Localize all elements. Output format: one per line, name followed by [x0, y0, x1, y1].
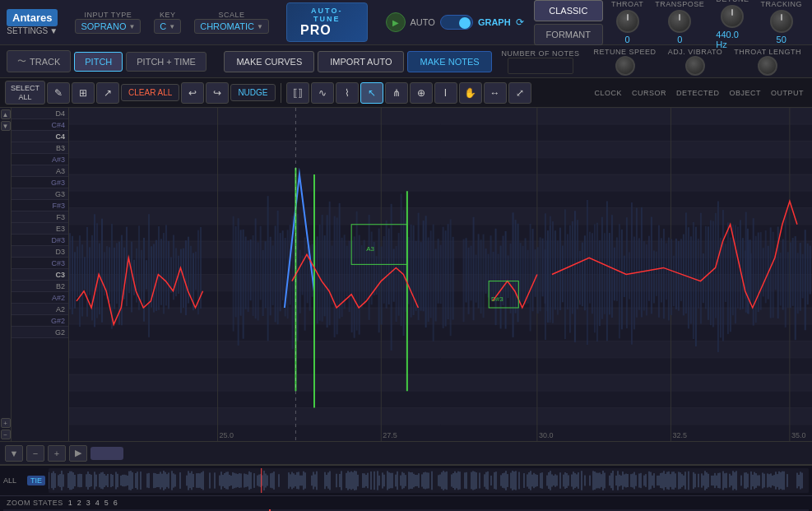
transpose-label: TRANSPOSE	[655, 0, 704, 8]
piano-key-gs3[interactable]: G#3	[12, 177, 68, 188]
scroll-tool[interactable]: ↔	[484, 82, 507, 104]
zoom-tool[interactable]: ⊕	[410, 82, 433, 104]
zoom-num-4[interactable]: 4	[95, 499, 100, 507]
play-button[interactable]: ▶	[386, 12, 406, 32]
piano-key-b3[interactable]: B3	[12, 142, 68, 154]
piano-key-b2[interactable]: B2	[12, 281, 68, 292]
nudge-button[interactable]: NUDGE	[230, 84, 275, 101]
throat-label: THROAT	[611, 0, 643, 8]
product-label: PRO	[300, 23, 332, 38]
notes-count-label: NUMBER OF NOTES	[502, 49, 580, 58]
autotune-logo: AUTO-TUNE PRO	[286, 2, 368, 42]
curve-tool[interactable]: ∿	[311, 82, 334, 104]
retune-speed-knob[interactable]	[615, 56, 635, 76]
wave-tool[interactable]: ⌇	[336, 82, 359, 104]
throat-length-label: THROAT LENGTH	[734, 48, 801, 56]
waveform-display[interactable]	[49, 468, 809, 493]
zoom-num-3[interactable]: 3	[86, 499, 90, 507]
grid-area[interactable]	[69, 108, 812, 441]
main-area: ▲ ▼ + − D4 C#4 C4 B3 A#3 A3 G#3 G3 F#3 F…	[0, 108, 812, 441]
export-tool[interactable]: ↗	[96, 82, 119, 104]
piano-key-c3[interactable]: C3	[12, 269, 68, 281]
hand-tool[interactable]: ✋	[459, 82, 482, 104]
tab-track[interactable]: 〜 TRACK	[7, 50, 71, 72]
pencil-mode-icon[interactable]: ⟦⟧	[286, 82, 309, 104]
graph-icon: ⟳	[516, 16, 524, 28]
tie-badge: TIE	[27, 476, 45, 485]
notes-count-area: NUMBER OF NOTES	[502, 49, 580, 74]
bottom-section: ALL TIE ZOOM STATES 1 2 3 4 5 6	[0, 464, 812, 511]
piano-key-a3[interactable]: A3	[12, 165, 68, 177]
collapse-btn[interactable]: ▼	[5, 445, 23, 462]
zoom-num-2[interactable]: 2	[77, 499, 81, 507]
tab-pitch[interactable]: PITCH	[74, 52, 123, 72]
classic-formant-area: CLASSIC FORMANT	[534, 0, 603, 45]
tracking-knob[interactable]	[770, 10, 793, 33]
scroll-shrink[interactable]: −	[1, 430, 11, 439]
all-label: ALL	[3, 476, 24, 485]
pointer-tool[interactable]: ↖	[360, 82, 383, 104]
group-tool[interactable]: ⊞	[72, 82, 95, 104]
piano-key-cs3[interactable]: C#3	[12, 258, 68, 269]
piano-key-a2[interactable]: A2	[12, 304, 68, 315]
piano-key-e3[interactable]: E3	[12, 223, 68, 235]
detune-label: DETUNE	[716, 0, 749, 3]
piano-key-ds3[interactable]: D#3	[12, 235, 68, 246]
scroll-down[interactable]: ▼	[1, 121, 11, 131]
mode-toggle[interactable]	[440, 15, 473, 30]
scroll-expand[interactable]: +	[1, 418, 11, 428]
horizontal-scrollbar-thumb[interactable]	[90, 447, 123, 460]
zoom-num-6[interactable]: 6	[114, 499, 118, 507]
bottom-controls: ▼ − + ▶	[0, 441, 812, 464]
mode-toggle-area: ▶ AUTO GRAPH ⟳	[386, 12, 524, 32]
minus-btn[interactable]: −	[26, 445, 44, 462]
piano-key-gs2[interactable]: G#2	[12, 315, 68, 327]
piano-key-as2[interactable]: A#2	[12, 292, 68, 304]
tab-pitch-time[interactable]: PITCH + TIME	[126, 52, 206, 72]
formant-button[interactable]: FORMANT	[534, 24, 603, 45]
logo-area: Antares SETTINGS ▼	[7, 9, 58, 35]
text-tool[interactable]: I	[434, 82, 457, 104]
import-auto-button[interactable]: IMPORT AUTO	[318, 51, 404, 72]
piano-key-c4[interactable]: C4	[12, 131, 68, 142]
scale-dropdown[interactable]: CHROMATIC ▼	[194, 19, 269, 34]
piano-key-as3[interactable]: A#3	[12, 154, 68, 165]
key-label: KEY	[160, 11, 176, 19]
zoom-num-5[interactable]: 5	[104, 499, 109, 507]
piano-key-cs4[interactable]: C#4	[12, 119, 68, 131]
make-curves-button[interactable]: MAKE CURVES	[224, 51, 314, 72]
expand-tool[interactable]: ⤢	[508, 82, 531, 104]
piano-key-g2[interactable]: G2	[12, 327, 68, 338]
redo-tool[interactable]: ↪	[206, 82, 229, 104]
throat-group: THROAT 0	[611, 0, 643, 44]
piano-key-fs3[interactable]: F#3	[12, 200, 68, 211]
select-all-button[interactable]: SELECT ALL	[5, 81, 45, 105]
right-info-labels: CLOCK CURSOR DETECTED OBJECT OUTPUT	[594, 89, 804, 97]
input-type-dropdown[interactable]: SOPRANO ▼	[75, 19, 141, 34]
piano-key-d3[interactable]: D3	[12, 246, 68, 258]
left-scroll: ▲ ▼ + −	[0, 108, 12, 441]
classic-button[interactable]: CLASSIC	[534, 0, 603, 21]
undo-tool[interactable]: ↩	[181, 82, 204, 104]
transpose-knob[interactable]	[668, 10, 691, 33]
adj-vibrato-knob[interactable]	[685, 56, 705, 76]
make-notes-button[interactable]: MAKE NOTES	[407, 51, 491, 72]
throat-knob[interactable]	[616, 10, 639, 33]
scroll-up[interactable]: ▲	[1, 109, 11, 119]
fork-tool[interactable]: ⋔	[385, 82, 408, 104]
plus-btn[interactable]: +	[48, 445, 66, 462]
logo[interactable]: Antares	[7, 9, 58, 26]
clear-all-button[interactable]: CLEAR ALL	[121, 84, 179, 101]
right-btn[interactable]: ▶	[69, 445, 87, 462]
zoom-num-1[interactable]: 1	[68, 499, 72, 507]
lasso-tool[interactable]: ✎	[47, 82, 70, 104]
throat-length-knob[interactable]	[758, 56, 777, 76]
piano-key-f3[interactable]: F3	[12, 211, 68, 223]
detune-value: 440.0 Hz	[716, 30, 749, 49]
detune-knob[interactable]	[721, 5, 744, 28]
input-type-label: INPUT TYPE	[85, 11, 132, 19]
settings-button[interactable]: SETTINGS ▼	[7, 26, 58, 35]
key-dropdown[interactable]: C ▼	[154, 19, 181, 34]
piano-key-g3[interactable]: G3	[12, 188, 68, 200]
piano-key-d4[interactable]: D4	[12, 108, 68, 119]
